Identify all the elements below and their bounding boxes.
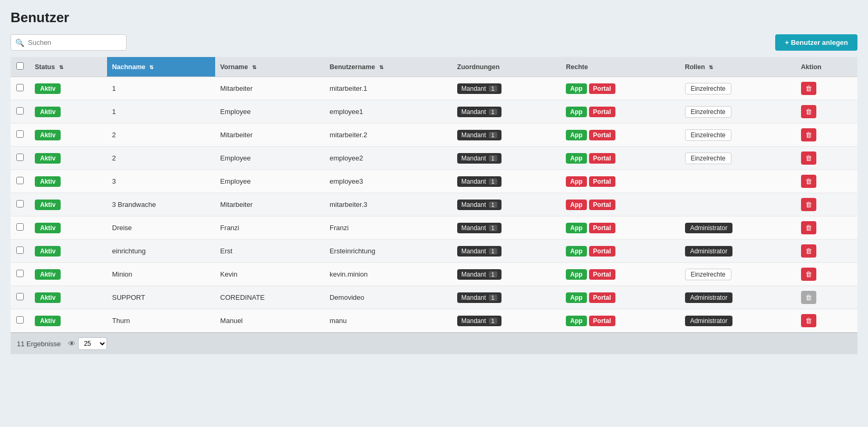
row-status-cell: Aktiv [30, 193, 107, 216]
delete-button[interactable]: 🗑 [801, 105, 816, 118]
portal-badge[interactable]: Portal [589, 130, 615, 140]
app-badge[interactable]: App [566, 316, 586, 326]
row-checkbox[interactable] [16, 130, 24, 138]
row-rechte-cell: AppPortal [561, 147, 679, 170]
row-benutzername-cell: manu [324, 309, 452, 333]
portal-badge[interactable]: Portal [589, 200, 615, 210]
row-check-cell [11, 100, 30, 124]
status-badge: Aktiv [35, 223, 61, 233]
row-status-cell: Aktiv [30, 216, 107, 240]
delete-button[interactable]: 🗑 [801, 128, 816, 141]
mandant-badge[interactable]: Mandant 1 [457, 246, 501, 257]
app-badge[interactable]: App [566, 269, 586, 280]
app-badge[interactable]: App [566, 292, 586, 303]
mandant-badge[interactable]: Mandant 1 [457, 269, 501, 280]
table-row: Aktiv3Employeeemployee3Mandant 1AppPorta… [11, 170, 857, 193]
row-rollen-cell: Einzelrechte [680, 263, 796, 286]
portal-badge[interactable]: Portal [589, 176, 615, 187]
table-row: AktivSUPPORTCOREDINATEDemovideoMandant 1… [11, 286, 857, 309]
row-vorname-cell: Employee [215, 147, 324, 170]
rolle-badge: Administrator [685, 246, 733, 257]
portal-badge[interactable]: Portal [589, 269, 615, 280]
row-checkbox[interactable] [16, 246, 24, 254]
row-zuordnungen-cell: Mandant 1 [452, 147, 561, 170]
select-all-checkbox[interactable] [16, 62, 24, 70]
row-zuordnungen-cell: Mandant 1 [452, 240, 561, 263]
portal-badge[interactable]: Portal [589, 153, 615, 164]
delete-button[interactable]: 🗑 [801, 151, 816, 165]
mandant-badge[interactable]: Mandant 1 [457, 83, 501, 94]
add-user-button[interactable]: + Benutzer anlegen [775, 34, 857, 51]
row-checkbox[interactable] [16, 84, 24, 91]
header-nachname[interactable]: Nachname ⇅ [107, 57, 215, 77]
app-badge[interactable]: App [566, 107, 586, 117]
row-checkbox[interactable] [16, 293, 24, 300]
mandant-badge[interactable]: Mandant 1 [457, 153, 501, 164]
header-status[interactable]: Status ⇅ [30, 57, 107, 77]
delete-button[interactable]: 🗑 [801, 221, 816, 234]
delete-button[interactable]: 🗑 [801, 268, 816, 281]
mandant-badge[interactable]: Mandant 1 [457, 200, 501, 210]
app-badge[interactable]: App [566, 246, 586, 257]
row-benutzername-cell: Ersteinrichtung [324, 240, 452, 263]
row-vorname-cell: COREDINATE [215, 286, 324, 309]
row-checkbox[interactable] [16, 270, 24, 277]
row-status-cell: Aktiv [30, 147, 107, 170]
status-badge: Aktiv [35, 107, 61, 117]
portal-badge[interactable]: Portal [589, 292, 615, 303]
row-zuordnungen-cell: Mandant 1 [452, 309, 561, 333]
delete-button[interactable]: 🗑 [801, 314, 816, 327]
row-benutzername-cell: employee3 [324, 170, 452, 193]
portal-badge[interactable]: Portal [589, 246, 615, 257]
delete-button[interactable]: 🗑 [801, 175, 816, 188]
row-status-cell: Aktiv [30, 124, 107, 147]
row-aktion-cell: 🗑 [796, 77, 857, 100]
row-nachname-cell: 1 [107, 100, 215, 124]
app-badge[interactable]: App [566, 176, 586, 187]
mandant-badge[interactable]: Mandant 1 [457, 316, 501, 326]
row-benutzername-cell: mitarbeiter.1 [324, 77, 452, 100]
app-badge[interactable]: App [566, 83, 586, 94]
table-row: Aktiv2Employeeemployee2Mandant 1AppPorta… [11, 147, 857, 170]
row-zuordnungen-cell: Mandant 1 [452, 286, 561, 309]
row-vorname-cell: Mitarbeiter [215, 77, 324, 100]
mandant-badge[interactable]: Mandant 1 [457, 292, 501, 303]
delete-button[interactable]: 🗑 [801, 82, 816, 95]
mandant-badge[interactable]: Mandant 1 [457, 223, 501, 233]
mandant-badge[interactable]: Mandant 1 [457, 107, 501, 117]
table-header-row: Status ⇅ Nachname ⇅ Vorname ⇅ Benutzerna… [11, 57, 857, 77]
row-zuordnungen-cell: Mandant 1 [452, 100, 561, 124]
row-check-cell [11, 77, 30, 100]
delete-button[interactable]: 🗑 [801, 291, 816, 304]
app-badge[interactable]: App [566, 130, 586, 140]
rolle-badge: Einzelrechte [685, 153, 731, 164]
portal-badge[interactable]: Portal [589, 83, 615, 94]
per-page-select[interactable]: 25 50 100 [78, 337, 107, 350]
row-checkbox[interactable] [16, 177, 24, 184]
search-input[interactable] [11, 34, 127, 51]
app-badge[interactable]: App [566, 223, 586, 233]
row-nachname-cell: 3 [107, 170, 215, 193]
header-rollen[interactable]: Rollen ⇅ [680, 57, 796, 77]
row-checkbox[interactable] [16, 223, 24, 231]
row-checkbox[interactable] [16, 316, 24, 324]
mandant-badge[interactable]: Mandant 1 [457, 176, 501, 187]
delete-button[interactable]: 🗑 [801, 198, 816, 211]
header-vorname[interactable]: Vorname ⇅ [215, 57, 324, 77]
app-badge[interactable]: App [566, 153, 586, 164]
header-check[interactable] [11, 57, 30, 77]
mandant-badge[interactable]: Mandant 1 [457, 130, 501, 140]
portal-badge[interactable]: Portal [589, 316, 615, 326]
row-aktion-cell: 🗑 [796, 193, 857, 216]
row-checkbox[interactable] [16, 154, 24, 161]
app-badge[interactable]: App [566, 200, 586, 210]
row-nachname-cell: einrichtung [107, 240, 215, 263]
header-benutzername[interactable]: Benutzername ⇅ [324, 57, 452, 77]
portal-badge[interactable]: Portal [589, 223, 615, 233]
portal-badge[interactable]: Portal [589, 107, 615, 117]
row-rollen-cell: Einzelrechte [680, 77, 796, 100]
sort-nachname-icon: ⇅ [149, 64, 153, 70]
row-checkbox[interactable] [16, 200, 24, 207]
row-checkbox[interactable] [16, 107, 24, 115]
delete-button[interactable]: 🗑 [801, 244, 816, 258]
